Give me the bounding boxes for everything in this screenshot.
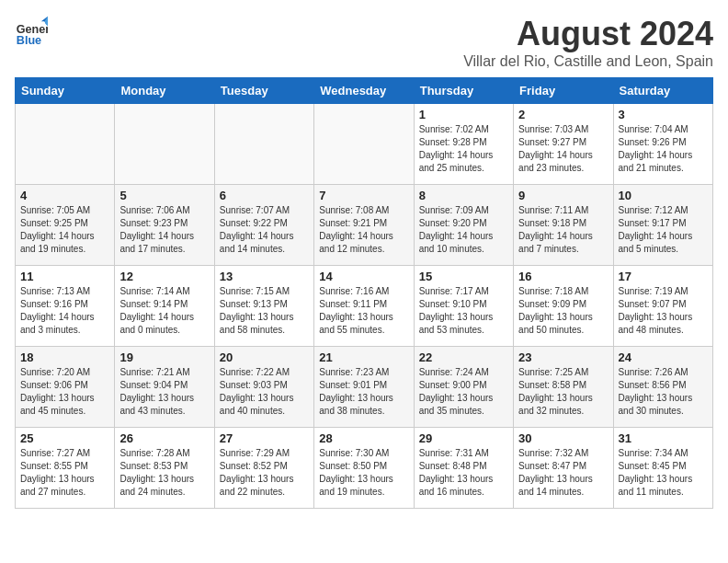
day-number: 25 [20, 431, 109, 445]
day-info: Sunrise: 7:20 AMSunset: 9:06 PMDaylight:… [20, 366, 109, 418]
day-info: Sunrise: 7:17 AMSunset: 9:10 PMDaylight:… [419, 285, 508, 337]
day-info: Sunrise: 7:25 AMSunset: 8:58 PMDaylight:… [518, 366, 608, 418]
day-info: Sunrise: 7:26 AMSunset: 8:56 PMDaylight:… [619, 366, 708, 418]
day-number: 7 [319, 189, 408, 202]
day-number: 30 [518, 431, 608, 445]
day-info: Sunrise: 7:31 AMSunset: 8:48 PMDaylight:… [419, 447, 508, 499]
calendar-week: 25 Sunrise: 7:27 AMSunset: 8:55 PMDaylig… [16, 428, 713, 509]
day-number: 26 [119, 431, 209, 445]
calendar-day: 12 Sunrise: 7:14 AMSunset: 9:14 PMDaylig… [115, 266, 214, 347]
generalblue-logo-icon: General Blue [15, 15, 48, 48]
calendar-day: 11 Sunrise: 7:13 AMSunset: 9:16 PMDaylig… [16, 266, 115, 347]
calendar-day: 6 Sunrise: 7:07 AMSunset: 9:22 PMDayligh… [214, 185, 313, 266]
calendar-day: 15 Sunrise: 7:17 AMSunset: 9:10 PMDaylig… [414, 266, 513, 347]
calendar-day: 18 Sunrise: 7:20 AMSunset: 9:06 PMDaylig… [16, 347, 115, 428]
calendar-day: 17 Sunrise: 7:19 AMSunset: 9:07 PMDaylig… [613, 266, 712, 347]
day-number: 13 [220, 270, 309, 283]
day-number: 17 [619, 270, 708, 283]
svg-text:Blue: Blue [17, 34, 41, 47]
day-info: Sunrise: 7:06 AMSunset: 9:23 PMDaylight:… [119, 204, 209, 256]
day-info: Sunrise: 7:04 AMSunset: 9:26 PMDaylight:… [619, 123, 708, 175]
day-number: 6 [220, 189, 309, 202]
day-info: Sunrise: 7:18 AMSunset: 9:09 PMDaylight:… [518, 285, 608, 337]
calendar-day: 24 Sunrise: 7:26 AMSunset: 8:56 PMDaylig… [613, 347, 712, 428]
day-info: Sunrise: 7:02 AMSunset: 9:28 PMDaylight:… [419, 123, 508, 175]
header-day: Friday [514, 78, 613, 104]
calendar-day: 8 Sunrise: 7:09 AMSunset: 9:20 PMDayligh… [414, 185, 513, 266]
day-number: 23 [518, 350, 608, 364]
day-number: 16 [518, 270, 608, 283]
day-info: Sunrise: 7:27 AMSunset: 8:55 PMDaylight:… [20, 447, 109, 499]
header-day: Monday [115, 78, 214, 104]
calendar-day: 25 Sunrise: 7:27 AMSunset: 8:55 PMDaylig… [16, 428, 115, 509]
day-number: 14 [319, 270, 408, 283]
calendar-day: 16 Sunrise: 7:18 AMSunset: 9:09 PMDaylig… [514, 266, 613, 347]
header-day: Saturday [613, 78, 712, 104]
calendar-header: SundayMondayTuesdayWednesdayThursdayFrid… [16, 78, 713, 104]
day-info: Sunrise: 7:24 AMSunset: 9:00 PMDaylight:… [419, 366, 508, 418]
header-row: SundayMondayTuesdayWednesdayThursdayFrid… [16, 78, 713, 104]
header-day: Thursday [414, 78, 513, 104]
day-info: Sunrise: 7:23 AMSunset: 9:01 PMDaylight:… [319, 366, 408, 418]
calendar-day: 27 Sunrise: 7:29 AMSunset: 8:52 PMDaylig… [214, 428, 313, 509]
day-info: Sunrise: 7:07 AMSunset: 9:22 PMDaylight:… [220, 204, 309, 256]
day-info: Sunrise: 7:09 AMSunset: 9:20 PMDaylight:… [419, 204, 508, 256]
calendar-day: 22 Sunrise: 7:24 AMSunset: 9:00 PMDaylig… [414, 347, 513, 428]
calendar-week: 11 Sunrise: 7:13 AMSunset: 9:16 PMDaylig… [16, 266, 713, 347]
day-info: Sunrise: 7:19 AMSunset: 9:07 PMDaylight:… [619, 285, 708, 337]
page-header: General Blue August 2024 Villar del Rio,… [15, 15, 713, 70]
day-info: Sunrise: 7:08 AMSunset: 9:21 PMDaylight:… [319, 204, 408, 256]
calendar-table: SundayMondayTuesdayWednesdayThursdayFrid… [15, 77, 713, 509]
calendar-day: 21 Sunrise: 7:23 AMSunset: 9:01 PMDaylig… [314, 347, 414, 428]
calendar-body: 1 Sunrise: 7:02 AMSunset: 9:28 PMDayligh… [16, 104, 713, 509]
header-day: Sunday [16, 78, 115, 104]
day-info: Sunrise: 7:21 AMSunset: 9:04 PMDaylight:… [119, 366, 209, 418]
day-number: 27 [220, 431, 309, 445]
calendar-day: 19 Sunrise: 7:21 AMSunset: 9:04 PMDaylig… [115, 347, 214, 428]
calendar-day: 20 Sunrise: 7:22 AMSunset: 9:03 PMDaylig… [214, 347, 313, 428]
day-info: Sunrise: 7:28 AMSunset: 8:53 PMDaylight:… [119, 447, 209, 499]
calendar-day: 26 Sunrise: 7:28 AMSunset: 8:53 PMDaylig… [115, 428, 214, 509]
day-number: 8 [419, 189, 508, 202]
calendar-day: 29 Sunrise: 7:31 AMSunset: 8:48 PMDaylig… [414, 428, 513, 509]
calendar-day [16, 104, 115, 185]
calendar-day: 13 Sunrise: 7:15 AMSunset: 9:13 PMDaylig… [214, 266, 313, 347]
day-number: 10 [619, 189, 708, 202]
calendar-day: 4 Sunrise: 7:05 AMSunset: 9:25 PMDayligh… [16, 185, 115, 266]
day-number: 21 [319, 350, 408, 364]
day-number: 1 [419, 108, 508, 121]
day-info: Sunrise: 7:22 AMSunset: 9:03 PMDaylight:… [220, 366, 309, 418]
day-number: 19 [119, 350, 209, 364]
day-number: 20 [220, 350, 309, 364]
location-title: Villar del Rio, Castille and Leon, Spain [463, 53, 713, 70]
calendar-day: 23 Sunrise: 7:25 AMSunset: 8:58 PMDaylig… [514, 347, 613, 428]
day-number: 3 [619, 108, 708, 121]
day-number: 24 [619, 350, 708, 364]
calendar-week: 1 Sunrise: 7:02 AMSunset: 9:28 PMDayligh… [16, 104, 713, 185]
day-info: Sunrise: 7:13 AMSunset: 9:16 PMDaylight:… [20, 285, 109, 337]
day-number: 18 [20, 350, 109, 364]
calendar-week: 18 Sunrise: 7:20 AMSunset: 9:06 PMDaylig… [16, 347, 713, 428]
day-number: 29 [419, 431, 508, 445]
day-number: 12 [119, 270, 209, 283]
calendar-day: 3 Sunrise: 7:04 AMSunset: 9:26 PMDayligh… [613, 104, 712, 185]
day-number: 9 [518, 189, 608, 202]
calendar-day [314, 104, 414, 185]
day-number: 28 [319, 431, 408, 445]
calendar-day: 1 Sunrise: 7:02 AMSunset: 9:28 PMDayligh… [414, 104, 513, 185]
month-title: August 2024 [463, 15, 713, 53]
day-number: 4 [20, 189, 109, 202]
day-number: 22 [419, 350, 508, 364]
day-info: Sunrise: 7:34 AMSunset: 8:45 PMDaylight:… [619, 447, 708, 499]
calendar-day: 30 Sunrise: 7:32 AMSunset: 8:47 PMDaylig… [514, 428, 613, 509]
calendar-day: 28 Sunrise: 7:30 AMSunset: 8:50 PMDaylig… [314, 428, 414, 509]
title-block: August 2024 Villar del Rio, Castille and… [463, 15, 713, 70]
day-info: Sunrise: 7:32 AMSunset: 8:47 PMDaylight:… [518, 447, 608, 499]
logo: General Blue [15, 15, 48, 48]
day-info: Sunrise: 7:15 AMSunset: 9:13 PMDaylight:… [220, 285, 309, 337]
day-info: Sunrise: 7:16 AMSunset: 9:11 PMDaylight:… [319, 285, 408, 337]
day-info: Sunrise: 7:05 AMSunset: 9:25 PMDaylight:… [20, 204, 109, 256]
day-info: Sunrise: 7:11 AMSunset: 9:18 PMDaylight:… [518, 204, 608, 256]
day-number: 15 [419, 270, 508, 283]
day-info: Sunrise: 7:30 AMSunset: 8:50 PMDaylight:… [319, 447, 408, 499]
